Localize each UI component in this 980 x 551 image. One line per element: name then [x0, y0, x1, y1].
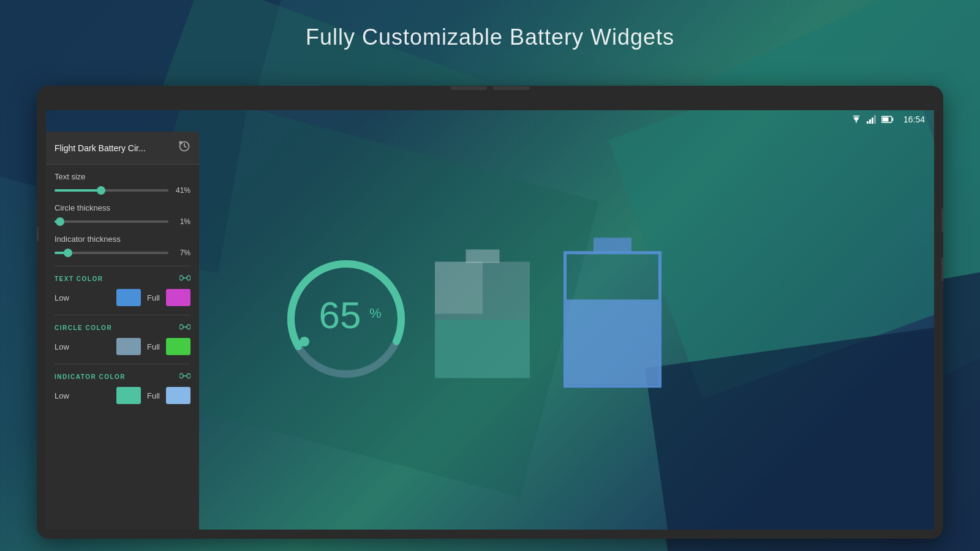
svg-text:65: 65	[319, 294, 361, 336]
indicator-color-row: Low Full	[55, 387, 190, 404]
history-icon[interactable]	[178, 140, 190, 156]
circle-thickness-label: Circle thickness	[55, 203, 190, 212]
text-size-section: Text size 41%	[55, 172, 190, 195]
tablet-side-btn-right-1	[941, 208, 943, 233]
circle-color-low-label: Low	[55, 342, 110, 351]
svg-rect-2	[872, 118, 873, 124]
battery-outline-fill	[567, 299, 658, 384]
status-time: 16:54	[903, 114, 925, 124]
circle-color-full-swatch[interactable]	[166, 338, 190, 355]
text-color-low-label: Low	[55, 293, 110, 302]
indicator-color-label: INDICATOR COLOR	[55, 373, 126, 380]
svg-point-17	[300, 337, 309, 347]
text-color-full-label: Full	[147, 293, 160, 302]
circle-color-header: CIRCLE COLOR	[55, 323, 190, 333]
svg-rect-10	[187, 276, 190, 280]
text-size-label: Text size	[55, 172, 190, 181]
indicator-thickness-slider-row: 7%	[55, 249, 190, 257]
indicator-thickness-label: Indicator thickness	[55, 234, 190, 244]
divider-1	[55, 266, 190, 266]
circle-color-low-swatch[interactable]	[116, 338, 141, 355]
svg-rect-14	[187, 373, 190, 378]
text-color-link-icon[interactable]	[179, 274, 190, 284]
divider-2	[55, 315, 190, 315]
svg-rect-5	[892, 118, 893, 121]
wifi-icon	[851, 115, 862, 124]
tablet-screen: 16:54 Flight Dark Battery Cir...	[46, 110, 934, 530]
circle-thickness-thumb[interactable]	[56, 217, 64, 226]
battery-flat-body	[435, 261, 530, 378]
text-color-row: Low Full	[55, 289, 190, 306]
tablet-frame: 16:54 Flight Dark Battery Cir...	[37, 86, 943, 539]
circle-color-link-icon[interactable]	[179, 323, 190, 333]
text-size-slider[interactable]	[55, 189, 168, 192]
tablet-side-btn-right-2	[941, 257, 943, 282]
battery-circle-svg: 65 %	[279, 252, 413, 386]
panel-header: Flight Dark Battery Cir...	[46, 132, 199, 165]
text-size-fill	[55, 189, 101, 192]
tablet-side-btn-left	[37, 227, 39, 242]
text-color-label: TEXT COLOR	[55, 276, 103, 282]
battery-status-icon	[881, 116, 894, 123]
svg-rect-9	[179, 276, 183, 280]
svg-rect-13	[179, 373, 183, 378]
indicator-thickness-value: 7%	[173, 249, 190, 257]
text-color-low-swatch[interactable]	[116, 289, 141, 306]
circle-thickness-value: 1%	[173, 217, 190, 226]
circle-color-row: Low Full	[55, 338, 190, 355]
indicator-thickness-thumb[interactable]	[64, 249, 72, 257]
text-color-full-swatch[interactable]	[166, 289, 190, 306]
indicator-color-full-label: Full	[147, 391, 160, 400]
indicator-color-full-swatch[interactable]	[166, 387, 190, 404]
text-size-thumb[interactable]	[97, 186, 105, 195]
battery-outline-widget	[564, 238, 662, 388]
tablet-btn-1	[450, 86, 487, 90]
text-color-section: TEXT COLOR Low Full	[55, 274, 190, 306]
panel-body: Text size 41% Circle thickness	[46, 165, 199, 530]
divider-3	[55, 364, 190, 364]
battery-circle-widget: 65 %	[279, 252, 413, 389]
battery-outline-tip	[594, 238, 631, 252]
svg-text:%: %	[369, 305, 382, 321]
svg-rect-12	[187, 324, 190, 329]
svg-rect-6	[882, 118, 888, 122]
status-icons: 16:54	[851, 114, 925, 124]
settings-panel: Flight Dark Battery Cir... Text size	[46, 132, 199, 530]
battery-outline-body	[564, 251, 662, 388]
circle-thickness-slider[interactable]	[55, 220, 168, 223]
signal-icon	[867, 115, 876, 124]
indicator-color-link-icon[interactable]	[179, 372, 190, 382]
panel-title: Flight Dark Battery Cir...	[55, 143, 172, 153]
tablet-top-buttons	[429, 86, 551, 91]
svg-rect-11	[179, 324, 183, 329]
circle-color-label: CIRCLE COLOR	[55, 324, 112, 331]
circle-color-section: CIRCLE COLOR Low Full	[55, 323, 190, 355]
battery-flat-fill	[435, 320, 530, 378]
indicator-color-low-label: Low	[55, 391, 110, 400]
status-bar: 16:54	[46, 110, 934, 129]
circle-color-full-label: Full	[147, 342, 160, 351]
circle-thickness-section: Circle thickness 1%	[55, 203, 190, 226]
svg-rect-3	[874, 115, 876, 124]
indicator-color-low-swatch[interactable]	[116, 387, 141, 404]
indicator-thickness-section: Indicator thickness 7%	[55, 234, 190, 257]
text-color-header: TEXT COLOR	[55, 274, 190, 284]
circle-thickness-slider-row: 1%	[55, 217, 190, 226]
svg-rect-1	[869, 119, 871, 124]
text-size-slider-row: 41%	[55, 186, 190, 195]
indicator-color-section: INDICATOR COLOR Low Full	[55, 372, 190, 404]
page-title: Fully Customizable Battery Widgets	[0, 24, 980, 50]
tablet-btn-2	[493, 86, 530, 90]
battery-flat-reflection	[435, 261, 483, 314]
battery-flat-tip	[466, 249, 499, 263]
svg-rect-0	[867, 121, 869, 124]
indicator-thickness-slider[interactable]	[55, 252, 168, 254]
indicator-color-header: INDICATOR COLOR	[55, 372, 190, 382]
battery-flat-widget	[426, 249, 539, 378]
text-size-value: 41%	[173, 186, 190, 195]
